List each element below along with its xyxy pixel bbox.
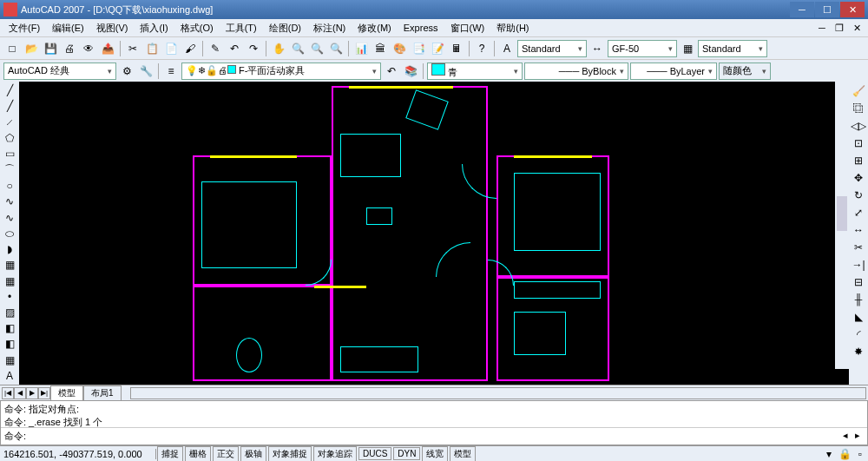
menu-view[interactable]: 视图(V)	[91, 20, 134, 36]
linetype-combo[interactable]: ─── ByBlock▾	[524, 63, 628, 80]
undo-button[interactable]: ↶	[226, 40, 243, 57]
layerstate-button[interactable]: 📚	[402, 63, 419, 80]
blockeditor-button[interactable]: ✎	[207, 40, 224, 57]
workspace-settings-button[interactable]: ⚙	[118, 63, 135, 80]
mtext-tool[interactable]: A	[2, 369, 17, 383]
dimstyle-icon[interactable]: ↔	[589, 40, 606, 57]
move-tool[interactable]: ✥	[851, 170, 866, 186]
mirror-tool[interactable]: ◁▷	[851, 118, 866, 134]
menu-format[interactable]: 格式(O)	[175, 20, 219, 36]
tablestyle-combo[interactable]: Standard▾	[698, 40, 767, 57]
spline-tool[interactable]: ∿	[2, 211, 17, 225]
trim-tool[interactable]: ✂	[851, 240, 866, 255]
doc-close-button[interactable]: ✕	[849, 22, 865, 34]
insertblock-tool[interactable]: ▦	[2, 258, 17, 272]
doc-restore-button[interactable]: ❐	[832, 22, 847, 34]
break-tool[interactable]: ⊟	[851, 274, 866, 290]
scale-tool[interactable]: ⤢	[851, 205, 866, 221]
extend-tool[interactable]: →|	[851, 257, 866, 273]
maximize-button[interactable]: ☐	[815, 2, 839, 17]
ellipsearc-tool[interactable]: ◗	[2, 242, 17, 256]
hatch-tool[interactable]: ▨	[2, 306, 17, 319]
grid-toggle[interactable]: 栅格	[185, 446, 211, 462]
help-button[interactable]: ?	[473, 40, 490, 57]
line-tool[interactable]: ╱	[2, 83, 17, 97]
menu-file[interactable]: 文件(F)	[3, 20, 45, 36]
fillet-tool[interactable]: ◜	[851, 326, 866, 342]
hscrollbar[interactable]	[130, 387, 866, 399]
plotstyle-combo[interactable]: 随颜色▾	[719, 63, 771, 80]
qnew-button[interactable]: □	[3, 40, 21, 57]
polygon-tool[interactable]: ⬠	[2, 131, 17, 145]
quickcalc-button[interactable]: 🖩	[448, 40, 465, 57]
dyn-toggle[interactable]: DYN	[393, 447, 420, 460]
menu-help[interactable]: 帮助(H)	[491, 20, 534, 36]
pan-button[interactable]: ✋	[270, 40, 287, 57]
cut-button[interactable]: ✂	[124, 40, 141, 57]
textstyle-combo[interactable]: Standard▾	[517, 40, 587, 57]
close-button[interactable]: ✕	[840, 2, 865, 17]
tab-first-button[interactable]: |◀	[2, 387, 14, 399]
lwt-toggle[interactable]: 线宽	[422, 446, 448, 462]
ducs-toggle[interactable]: DUCS	[358, 447, 391, 460]
makeblock-tool[interactable]: ▦	[2, 273, 17, 287]
tab-prev-button[interactable]: ◀	[14, 387, 26, 399]
menu-tools[interactable]: 工具(T)	[220, 20, 262, 36]
snap-toggle[interactable]: 捕捉	[157, 446, 183, 462]
tab-last-button[interactable]: ▶|	[38, 387, 50, 399]
layermgr-button[interactable]: ≡	[162, 63, 180, 80]
lineweight-combo[interactable]: ─── ByLayer▾	[630, 63, 717, 80]
explode-tool[interactable]: ✸	[851, 344, 866, 359]
coords-display[interactable]: 164216.501, -490377.519, 0.000	[0, 449, 156, 459]
ellipse-tool[interactable]: ⬭	[2, 227, 17, 240]
osnap-toggle[interactable]: 对象捕捉	[268, 446, 312, 462]
point-tool[interactable]: •	[2, 290, 17, 304]
open-button[interactable]: 📂	[23, 40, 40, 57]
rotate-tool[interactable]: ↻	[851, 188, 866, 203]
markup-button[interactable]: 📝	[429, 40, 446, 57]
revcloud-tool[interactable]: ∿	[2, 194, 17, 208]
zoomwin-button[interactable]: 🔍	[308, 40, 326, 57]
menu-window[interactable]: 窗口(W)	[445, 20, 490, 36]
otrack-toggle[interactable]: 对象追踪	[313, 446, 357, 462]
tab-layout1[interactable]: 布局1	[83, 385, 122, 400]
menu-insert[interactable]: 插入(I)	[135, 20, 173, 36]
circle-tool[interactable]: ○	[2, 179, 17, 193]
tab-next-button[interactable]: ▶	[26, 387, 38, 399]
stretch-tool[interactable]: ↔	[851, 222, 866, 238]
menu-dimension[interactable]: 标注(N)	[308, 20, 351, 36]
tab-model[interactable]: 模型	[50, 385, 83, 400]
mytoolbar-button[interactable]: 🔧	[137, 63, 155, 80]
pline-tool[interactable]: ⟋	[2, 115, 17, 128]
erase-tool[interactable]: 🧹	[851, 83, 866, 99]
doc-minimize-button[interactable]: ─	[814, 22, 830, 34]
ortho-toggle[interactable]: 正交	[213, 446, 239, 462]
statusbar-menu-icon[interactable]: ▾	[821, 446, 837, 462]
tablestyle-icon[interactable]: ▦	[679, 40, 696, 57]
menu-edit[interactable]: 编辑(E)	[47, 20, 89, 36]
menu-modify[interactable]: 修改(M)	[352, 20, 397, 36]
layer-combo[interactable]: 💡❄🔓🖨 F-平面活动家具▾	[181, 63, 381, 80]
polar-toggle[interactable]: 极轴	[240, 446, 266, 462]
paste-button[interactable]: 📄	[162, 40, 180, 57]
join-tool[interactable]: ╫	[851, 292, 866, 307]
textstyle-icon[interactable]: A	[498, 40, 516, 57]
zoomprev-button[interactable]: 🔍	[327, 40, 345, 57]
comm-center-icon[interactable]: 🔒	[837, 446, 852, 462]
dcenter-button[interactable]: 🏛	[372, 40, 389, 57]
rectangle-tool[interactable]: ▭	[2, 147, 17, 161]
color-combo[interactable]: 青▾	[427, 63, 523, 80]
save-button[interactable]: 💾	[42, 40, 59, 57]
xline-tool[interactable]: ╱	[2, 99, 17, 113]
dimstyle-combo[interactable]: GF-50▾	[608, 40, 677, 57]
command-line[interactable]: 命令: ◂ ▸	[1, 427, 867, 445]
layerprev-button[interactable]: ↶	[383, 63, 400, 80]
props-button[interactable]: 📊	[352, 40, 370, 57]
plot-button[interactable]: 🖨	[61, 40, 78, 57]
menu-express[interactable]: Express	[398, 21, 444, 35]
menu-draw[interactable]: 绘图(D)	[264, 20, 306, 36]
copy-tool[interactable]: ⿻	[851, 101, 866, 116]
copy-button[interactable]: 📋	[143, 40, 161, 57]
minimize-button[interactable]: ─	[790, 2, 814, 17]
arc-tool[interactable]: ⌒	[2, 162, 17, 177]
